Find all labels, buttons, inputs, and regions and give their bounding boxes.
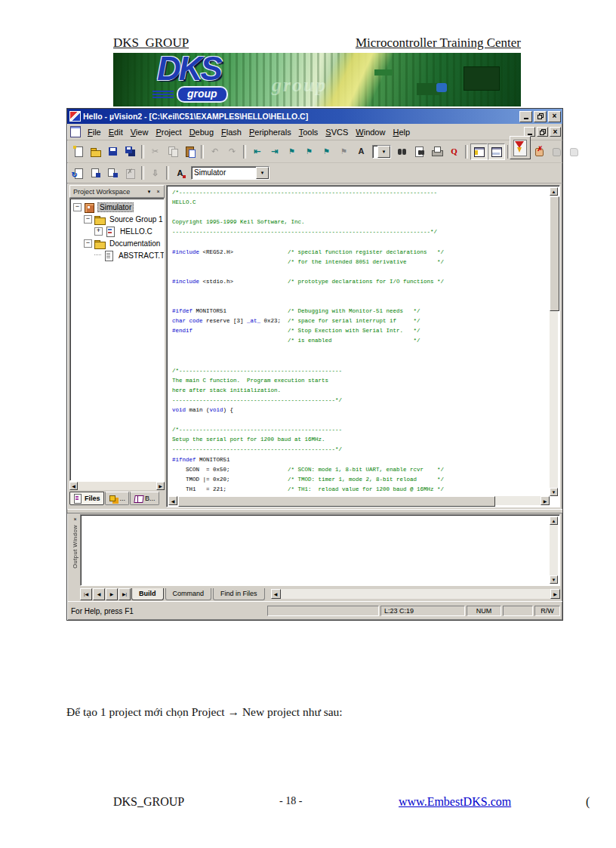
menu-peripherals[interactable]: Peripherals [245, 126, 295, 138]
tree-item-hello-c[interactable]: +HELLO.C [71, 225, 164, 237]
output-tab-find-in-files[interactable]: Find in Files [213, 588, 265, 600]
workspace-tab-[interactable]: ... [105, 492, 130, 505]
output-horizontal-scrollbar[interactable]: ◀ ▶ [271, 589, 560, 599]
find-button[interactable] [393, 143, 411, 160]
tree-label: Simulator [97, 202, 134, 212]
tree-item-documentation[interactable]: −Documentation [71, 237, 164, 249]
scroll-right-button[interactable]: ▶ [156, 482, 165, 490]
menu-window[interactable]: Window [352, 126, 389, 138]
scrollbar-track[interactable] [550, 525, 558, 575]
scroll-up-button[interactable]: ▲ [550, 187, 558, 196]
menu-file[interactable]: File [84, 126, 105, 138]
scroll-left-button[interactable]: ◀ [69, 482, 78, 490]
workspace-horizontal-scrollbar[interactable]: ◀ ▶ [69, 481, 165, 490]
next-bookmark-button[interactable]: ⚑ [318, 143, 335, 160]
scroll-up-button[interactable]: ▲ [550, 517, 558, 525]
tree-expander-icon[interactable]: − [84, 215, 92, 224]
tree-item-source-group-1[interactable]: −Source Group 1 [71, 213, 164, 225]
close-button[interactable]: × [548, 111, 561, 122]
menu-debug[interactable]: Debug [186, 126, 217, 138]
scrollbar-thumb[interactable] [550, 196, 559, 311]
find-qualifier-button[interactable]: Q [445, 143, 463, 160]
scroll-left-button[interactable]: ◀ [271, 589, 281, 599]
bookmark-prev-icon: ⚑ [303, 146, 316, 157]
paste-button[interactable] [181, 143, 199, 160]
output-content[interactable]: ▲ ▼ [80, 514, 560, 586]
tree-expander-icon[interactable]: − [84, 239, 92, 248]
output-window-toggle-button[interactable] [488, 143, 505, 160]
scroll-right-button[interactable]: ▶ [541, 496, 550, 505]
workspace-close-button[interactable]: × [154, 187, 162, 196]
combo-dropdown-button[interactable]: ▼ [256, 167, 269, 179]
mdi-restore-button[interactable] [537, 127, 548, 137]
mdi-close-button[interactable]: × [550, 127, 561, 137]
save-button[interactable] [104, 143, 122, 160]
document-icon[interactable] [70, 126, 81, 137]
scroll-down-button[interactable]: ▼ [550, 575, 558, 584]
output-vertical-scrollbar[interactable]: ▲ ▼ [550, 517, 558, 584]
output-tab-build[interactable]: Build [131, 588, 164, 600]
menu-edit[interactable]: Edit [105, 126, 127, 138]
toggle-bookmark-button[interactable]: ⚑ [283, 143, 300, 160]
scrollbar-thumb[interactable] [178, 496, 495, 507]
tree-expander-icon[interactable]: + [94, 227, 103, 236]
project-window-toggle-button[interactable] [470, 143, 488, 160]
target-select-value[interactable]: Simulator [192, 167, 256, 179]
kill-breakpoints-button[interactable] [530, 143, 547, 160]
scroll-tabs-first-button[interactable]: |◀ [80, 588, 92, 600]
code-line: #endif /* Stop Exection with Serial Intr… [172, 326, 550, 336]
translate-file-button[interactable] [69, 165, 87, 181]
scroll-tabs-last-button[interactable]: ▶| [119, 588, 131, 600]
menu-flash[interactable]: Flash [217, 126, 245, 138]
workspace-title-bar[interactable]: Project Workspace ▾ × [69, 185, 165, 198]
outdent-button[interactable]: ⇤ [248, 143, 266, 160]
open-file-button[interactable] [87, 143, 104, 160]
build-target-button[interactable] [87, 165, 104, 181]
scroll-tabs-next-button[interactable]: ▶ [106, 588, 118, 600]
scrollbar-track[interactable] [177, 496, 541, 505]
tree-item-simulator[interactable]: −Simulator [71, 201, 164, 213]
open-icon [90, 146, 102, 157]
editor-vertical-scrollbar[interactable]: ▲ ▼ [550, 187, 558, 496]
find-text-button[interactable]: A [353, 143, 370, 160]
output-close-button[interactable]: × [71, 515, 79, 523]
scroll-tabs-prev-button[interactable]: ◀ [93, 588, 105, 600]
menu-help[interactable]: Help [389, 126, 414, 138]
menu-project[interactable]: Project [152, 126, 185, 138]
footer-link[interactable]: www.EmbestDKS.com [399, 795, 511, 809]
minimize-button[interactable] [519, 111, 532, 122]
scrollbar-track[interactable] [550, 196, 558, 488]
restore-button[interactable] [534, 111, 547, 122]
print-button[interactable] [428, 143, 445, 160]
scrollbar-track[interactable] [281, 589, 550, 599]
workspace-tab-files[interactable]: Files [69, 492, 104, 505]
find-text-combobox[interactable]: ▼ [372, 145, 391, 159]
code-area[interactable]: /*--------------------------------------… [168, 187, 550, 496]
clear-bookmarks-button[interactable]: ⚑ [335, 143, 353, 160]
title-bar[interactable]: Hello - µVision2 - [C:\Keil\C51\EXAMPLES… [67, 109, 562, 124]
code-editor[interactable]: /*--------------------------------------… [166, 185, 560, 507]
tree-expander-icon[interactable]: − [73, 203, 82, 211]
save-all-button[interactable] [122, 143, 139, 160]
scroll-left-button[interactable]: ◀ [168, 496, 177, 505]
workspace-tab-b[interactable]: B... [130, 492, 159, 505]
scroll-right-button[interactable]: ▶ [550, 589, 560, 599]
new-file-button[interactable] [69, 143, 87, 160]
editor-horizontal-scrollbar[interactable]: ◀ ▶ [168, 496, 550, 505]
menu-view[interactable]: View [127, 126, 152, 138]
find-in-files-button[interactable] [411, 143, 428, 160]
rebuild-all-button[interactable] [104, 165, 122, 181]
indent-button[interactable]: ⇥ [266, 143, 283, 160]
scroll-down-button[interactable]: ▼ [550, 488, 558, 496]
prev-bookmark-button[interactable]: ⚑ [300, 143, 318, 160]
workspace-dock-button[interactable]: ▾ [145, 187, 153, 196]
scrollbar-track[interactable] [78, 482, 156, 490]
tree-item-abstract-txt[interactable]: ABSTRACT.TXT [71, 249, 164, 261]
uvision-logo-button[interactable] [510, 136, 531, 159]
menu-svcs[interactable]: SVCS [322, 126, 352, 138]
menu-tools[interactable]: Tools [295, 126, 322, 138]
target-select-combobox[interactable]: Simulator ▼ [191, 166, 270, 180]
output-tab-command[interactable]: Command [165, 588, 212, 600]
options-for-target-button[interactable]: A [171, 165, 189, 181]
combo-dropdown-button[interactable]: ▼ [377, 146, 390, 158]
